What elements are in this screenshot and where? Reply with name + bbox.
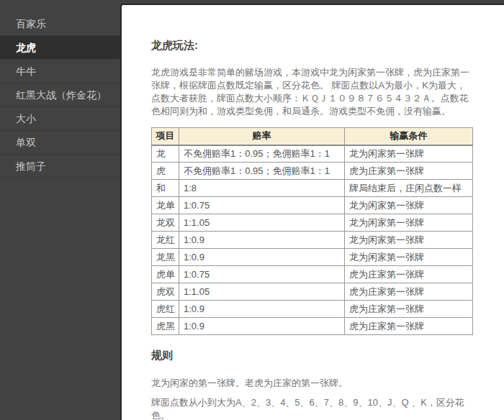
condition-cell: 虎为庄家第一张牌 xyxy=(345,301,473,318)
table-row: 虎红1:0.9虎为庄家第一张牌 xyxy=(152,301,473,318)
condition-cell: 虎为庄家第一张牌 xyxy=(345,283,473,301)
item-cell: 和 xyxy=(152,180,179,197)
content-panel: 龙虎玩法: 龙虎游戏是非常简单的赌场游戏，本游戏中龙为闲家第一张牌，虎为庄家第一… xyxy=(120,4,504,420)
condition-cell: 虎为庄家第一张牌 xyxy=(345,266,473,283)
odds-cell: 1:0.9 xyxy=(179,249,345,266)
condition-cell: 龙为闲家第一张牌 xyxy=(345,197,473,214)
item-cell: 虎单 xyxy=(152,266,179,283)
table-row: 和1:8牌局结束后，庄闲点数一样 xyxy=(152,180,473,197)
odds-cell: 不免佣赔率1：0.95；免佣赔率1：1 xyxy=(179,163,345,180)
odds-cell: 1:0.75 xyxy=(179,266,345,283)
table-row: 龙红1:0.9龙为闲家第一张牌 xyxy=(152,232,473,249)
payout-table-body: 龙不免佣赔率1：0.95；免佣赔率1：1龙为闲家第一张牌虎不免佣赔率1：0.95… xyxy=(152,145,473,335)
odds-cell: 1:0.9 xyxy=(179,232,345,249)
sidebar-item-2[interactable]: 牛牛 xyxy=(0,60,120,83)
condition-cell: 龙为闲家第一张牌 xyxy=(345,214,473,232)
item-cell: 龙单 xyxy=(152,197,179,214)
condition-cell: 龙为闲家第一张牌 xyxy=(345,232,473,249)
item-cell: 龙 xyxy=(152,145,179,163)
column-header-2: 输赢条件 xyxy=(345,128,473,145)
intro-paragraph: 龙虎游戏是非常简单的赌场游戏，本游戏中龙为闲家第一张牌，虎为庄家第一张牌，根据牌… xyxy=(151,66,472,118)
rules-heading: 规则 xyxy=(151,349,474,362)
payout-table: 项目赔率输赢条件 龙不免佣赔率1：0.95；免佣赔率1：1龙为闲家第一张牌虎不免… xyxy=(151,127,473,335)
table-row: 龙黑1:0.9龙为闲家第一张牌 xyxy=(152,249,473,266)
table-row: 虎黑1:0.9虎为庄家第一张牌 xyxy=(152,318,473,335)
sidebar: 百家乐龙虎牛牛红黑大战（炸金花）大小单双推筒子 xyxy=(0,0,120,420)
item-cell: 龙黑 xyxy=(152,249,179,266)
odds-cell: 1:1.05 xyxy=(179,214,345,232)
item-cell: 虎黑 xyxy=(152,318,179,335)
sidebar-item-3[interactable]: 红黑大战（炸金花） xyxy=(0,83,120,107)
payout-table-header-row: 项目赔率输赢条件 xyxy=(152,128,473,145)
rule-paragraph-0: 龙为闲家的第一张牌。老虎为庄家的第一张牌。 xyxy=(151,377,482,390)
content-area: 龙虎玩法: 龙虎游戏是非常简单的赌场游戏，本游戏中龙为闲家第一张牌，虎为庄家第一… xyxy=(122,5,474,420)
odds-cell: 1:0.9 xyxy=(179,301,345,318)
page-title: 龙虎玩法: xyxy=(151,39,474,52)
condition-cell: 虎为庄家第一张牌 xyxy=(345,163,473,180)
sidebar-item-0[interactable]: 百家乐 xyxy=(0,12,120,36)
item-cell: 龙双 xyxy=(152,214,179,232)
odds-cell: 1:1.05 xyxy=(179,283,345,301)
odds-cell: 1:8 xyxy=(179,180,345,197)
sidebar-item-5[interactable]: 单双 xyxy=(0,131,120,155)
table-row: 龙双1:1.05龙为闲家第一张牌 xyxy=(152,214,473,232)
sidebar-item-4[interactable]: 大小 xyxy=(0,107,120,131)
table-row: 龙不免佣赔率1：0.95；免佣赔率1：1龙为闲家第一张牌 xyxy=(152,145,473,163)
item-cell: 虎 xyxy=(152,163,179,180)
item-cell: 龙红 xyxy=(152,232,179,249)
item-cell: 虎双 xyxy=(152,283,179,301)
condition-cell: 虎为庄家第一张牌 xyxy=(345,318,473,335)
table-row: 龙单1:0.75龙为闲家第一张牌 xyxy=(152,197,473,214)
odds-cell: 不免佣赔率1：0.95；免佣赔率1：1 xyxy=(179,145,345,163)
odds-cell: 1:0.75 xyxy=(179,197,345,214)
item-cell: 虎红 xyxy=(152,301,179,318)
condition-cell: 龙为闲家第一张牌 xyxy=(345,249,473,266)
rule-paragraph-1: 牌面点数从小到大为A、2、3、4、5、6、7、8、9、10、J、Q 、K，区分花… xyxy=(151,396,482,420)
condition-cell: 龙为闲家第一张牌 xyxy=(345,145,473,163)
table-row: 虎双1:1.05虎为庄家第一张牌 xyxy=(152,283,473,301)
table-row: 虎不免佣赔率1：0.95；免佣赔率1：1虎为庄家第一张牌 xyxy=(152,163,473,180)
condition-cell: 牌局结束后，庄闲点数一样 xyxy=(345,180,473,197)
odds-cell: 1:0.9 xyxy=(179,318,345,335)
sidebar-item-6[interactable]: 推筒子 xyxy=(0,155,120,178)
rules-paragraphs: 龙为闲家的第一张牌。老虎为庄家的第一张牌。牌面点数从小到大为A、2、3、4、5、… xyxy=(151,377,474,420)
table-row: 虎单1:0.75虎为庄家第一张牌 xyxy=(152,266,473,283)
column-header-1: 赔率 xyxy=(179,128,345,145)
column-header-0: 项目 xyxy=(152,128,179,145)
sidebar-item-1[interactable]: 龙虎 xyxy=(0,36,120,60)
